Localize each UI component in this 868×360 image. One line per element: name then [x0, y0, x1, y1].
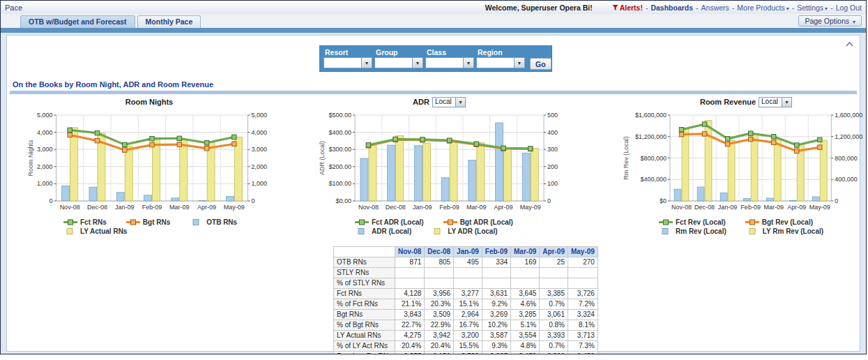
row-label: LY Actual RNs — [334, 331, 395, 341]
cell: 3,476 — [511, 352, 540, 355]
legend-item: Rm Rev (Local) — [658, 227, 726, 235]
go-button[interactable]: Go — [530, 58, 551, 70]
svg-text:Dec-08: Dec-08 — [694, 204, 715, 211]
dropdown-arrow-icon: ▼ — [463, 58, 473, 68]
cell: 9.2% — [482, 299, 510, 310]
chart-title: Room Nights — [26, 96, 272, 108]
cell — [511, 268, 540, 278]
svg-text:1,200,000: 1,200,000 — [835, 133, 862, 140]
nav-link-log-out[interactable]: Log Out — [836, 3, 862, 12]
cell: 871 — [395, 257, 424, 268]
currency-select[interactable]: Local▼ — [432, 97, 466, 107]
group-select[interactable]: ▼ — [374, 57, 423, 68]
svg-text:Apr-09: Apr-09 — [494, 204, 513, 211]
row-label: % of LY Act RNs — [334, 341, 395, 352]
cell: 0.7% — [540, 299, 568, 310]
nav-link-answers[interactable]: Answers — [701, 3, 729, 12]
collapse-section-icon[interactable] — [845, 38, 854, 50]
cell: 3,726 — [568, 289, 597, 299]
cell: 3,956 — [425, 289, 454, 299]
chart-title-text: Room Nights — [125, 98, 173, 106]
cell — [540, 278, 568, 289]
cell — [425, 278, 454, 289]
page-options-button[interactable]: Page Options ▾ — [798, 15, 862, 27]
row-label: % of Fct RNs — [334, 299, 395, 310]
svg-text:$500.00: $500.00 — [329, 112, 352, 119]
nav-separator: - — [696, 3, 699, 12]
cell: 3,554 — [511, 331, 540, 341]
row-label: OTB RNs — [334, 257, 395, 268]
chevron-down-icon: ▾ — [786, 6, 789, 12]
alerts-link[interactable]: Alerts! — [612, 3, 643, 12]
cell: 3,456 — [568, 352, 597, 355]
svg-text:400: 400 — [547, 129, 558, 136]
cell: 10.2% — [482, 320, 510, 331]
svg-text:Dec-08: Dec-08 — [386, 204, 406, 211]
chart-legend: Fct ADR (Local)Bgt ADR (Local)ADR (Local… — [318, 218, 561, 235]
chart-canvas: Rm Rev (Local)$00$400,000400,000$800,000… — [622, 108, 867, 213]
dashboard-panel: Resort ▼ Group ▼ Class ▼ Region ▼ Go On … — [6, 35, 860, 352]
cell: 3,713 — [568, 331, 597, 341]
legend-item: Bgt ADR (Local) — [443, 218, 513, 226]
cell: 20.4% — [425, 341, 454, 352]
legend-swatch-icon — [658, 227, 673, 235]
nav-link-settings[interactable]: Settings▾ — [797, 3, 828, 12]
svg-text:0: 0 — [547, 197, 551, 204]
blue-divider-strip — [1, 28, 866, 33]
legend-item: LY Rm Rev (Local) — [745, 227, 823, 235]
table-header-row: Nov-08Dec-08Jan-09Feb-09Mar-09Apr-09May-… — [334, 247, 598, 257]
class-select[interactable]: ▼ — [425, 57, 474, 68]
svg-text:4,000: 4,000 — [252, 129, 268, 136]
currency-select[interactable]: Local▼ — [759, 97, 792, 107]
tab-monthly-pace[interactable]: Monthly Pace — [137, 15, 201, 28]
svg-text:2,000: 2,000 — [252, 163, 268, 170]
filter-label: Region — [476, 48, 525, 57]
alert-funnel-icon — [612, 4, 618, 11]
svg-text:$400,000: $400,000 — [640, 176, 667, 183]
svg-text:3,000: 3,000 — [37, 146, 53, 153]
svg-text:Apr-09: Apr-09 — [787, 204, 806, 211]
cell: 4,275 — [395, 331, 424, 341]
cell: 0.7% — [540, 341, 568, 352]
nav-link-more-products[interactable]: More Products▾ — [737, 3, 789, 12]
filter-resort: Resort ▼ — [323, 48, 372, 68]
cell: 3,509 — [425, 310, 454, 320]
filter-class: Class ▼ — [425, 48, 474, 68]
svg-text:300: 300 — [547, 146, 558, 153]
svg-text:$1,200,000: $1,200,000 — [635, 133, 667, 140]
svg-text:Feb-09: Feb-09 — [439, 204, 459, 211]
table-row: LY Actual RNs4,2753,9423,2003,5873,5543,… — [334, 331, 598, 341]
column-header: Apr-09 — [540, 247, 568, 257]
row-label: Reach to Fct RNs — [334, 352, 395, 355]
svg-text:4,000: 4,000 — [37, 129, 53, 136]
filter-group: Group ▼ — [374, 48, 423, 68]
legend-swatch-icon — [63, 218, 78, 226]
svg-text:400,000: 400,000 — [835, 176, 858, 183]
cell: 7.2% — [568, 299, 597, 310]
resort-select[interactable]: ▼ — [323, 57, 372, 68]
nav-link-dashboards[interactable]: Dashboards — [650, 3, 693, 12]
column-header: May-09 — [568, 247, 597, 257]
svg-text:1,000: 1,000 — [37, 180, 53, 187]
room-revenue-chart: Room RevenueLocal▼Rm Rev (Local)$00$400,… — [622, 96, 867, 235]
cell: 3,360 — [540, 352, 568, 355]
chart-legend: Fct RNsBgt RNsOTB RNsLY Actual RNs — [26, 218, 272, 235]
tab-otb-budget-forecast[interactable]: OTB w/Budget and Forecast — [20, 15, 135, 28]
table-row: STLY RNs — [334, 268, 598, 278]
legend-item: LY Actual RNs — [63, 227, 127, 235]
cell: 3,843 — [395, 310, 424, 320]
cell: 495 — [454, 257, 482, 268]
table-row: % of Fct RNs21.1%20.3%15.1%9.2%4.6%0.7%7… — [334, 299, 598, 310]
svg-text:Jan-09: Jan-09 — [413, 204, 432, 211]
region-select[interactable]: ▼ — [476, 57, 525, 68]
cell: 3,645 — [511, 289, 540, 299]
cell: 334 — [482, 257, 510, 268]
svg-text:500: 500 — [547, 112, 558, 119]
svg-text:Mar-09: Mar-09 — [763, 204, 784, 211]
cell: 5.1% — [511, 320, 540, 331]
svg-text:Feb-09: Feb-09 — [740, 204, 761, 211]
svg-text:Room Nights: Room Nights — [27, 140, 34, 177]
cell: 3,277 — [454, 289, 482, 299]
top-bar: Pace Welcome, Superuser Opera Bi! Alerts… — [1, 1, 866, 14]
cell: 805 — [425, 257, 454, 268]
